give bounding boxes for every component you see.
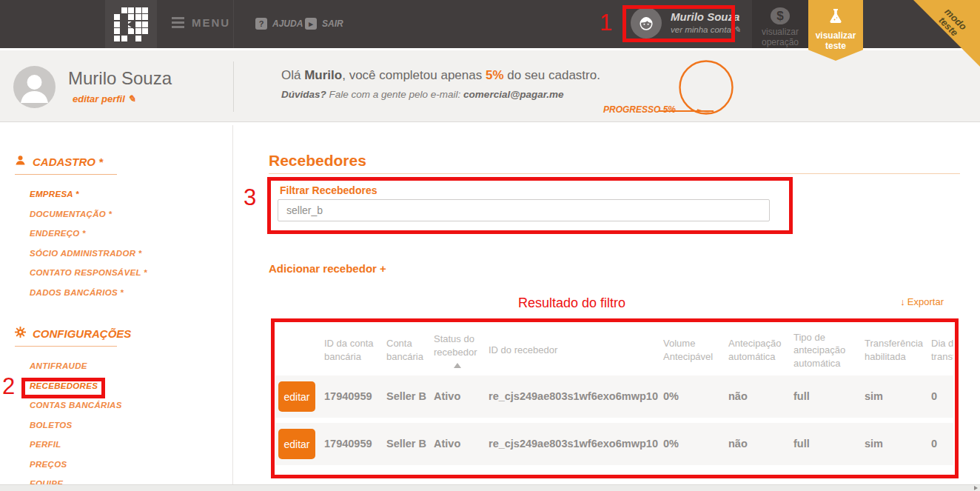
cadastro-title: CADASTRO *	[33, 156, 103, 168]
sidebar-item-dados-bancarios[interactable]: DADOS BANCÁRIOS *	[30, 288, 232, 297]
column-header-empty[interactable]	[275, 325, 324, 375]
sidebar-item-contas-bancarias[interactable]: CONTAS BANCÁRIAS	[30, 401, 232, 410]
table-cell: 0%	[663, 390, 728, 403]
sidebar-item-contato-responsavel[interactable]: CONTATO RESPONSÁVEL *	[30, 268, 232, 277]
main-content: Recebedores Filtrar Recebedores Adiciona…	[233, 125, 980, 484]
editar-button[interactable]: editar	[278, 381, 315, 412]
table-cell: 0	[931, 390, 953, 403]
sidebar-item-socio-administrador[interactable]: SÓCIO ADMINISTRADOR *	[30, 249, 232, 258]
table-cell: Ativo	[434, 390, 489, 403]
table-cell: Seller B	[386, 390, 434, 403]
topbar-divider	[233, 0, 234, 48]
header-user-name: Murilo Souza	[671, 10, 741, 24]
section-underline	[15, 174, 117, 175]
column-header-antecipacao-automatica[interactable]: Antecipação automática	[728, 325, 793, 375]
logout-icon: ▸	[305, 18, 317, 30]
table-cell: re_cjs249ae803s1wf6exo6mwp10	[489, 438, 663, 450]
adicionar-recebedor-link[interactable]: Adicionar recebedor +	[269, 262, 386, 275]
sidebar-item-precos[interactable]: PREÇOS	[30, 460, 232, 469]
help-icon: ?	[255, 18, 267, 30]
page-body: CADASTRO * EMPRESA *DOCUMENTAÇÃO *ENDERE…	[0, 125, 980, 484]
sair-link[interactable]: ▸ SAIR	[305, 18, 343, 30]
column-header-volume-antecipavel[interactable]: Volume Antecipável	[663, 325, 728, 375]
menu-button[interactable]: MENU	[172, 16, 230, 29]
header-user-subtitle: ver minha conta ✎	[671, 24, 741, 35]
pagarme-logo-icon	[114, 7, 148, 41]
table-cell: não	[728, 438, 793, 450]
table-cell: full	[793, 438, 865, 450]
help-line: Dúvidas? Fale com a gente pelo e-mail: c…	[281, 89, 564, 100]
column-header-label: ID do recebedor	[489, 344, 656, 357]
sidebar-item-antifraude[interactable]: ANTIFRAUDE	[30, 361, 232, 370]
visualizar-operacao-tab[interactable]: $ visualizar operação	[752, 0, 808, 48]
greeting-line: Olá Murilo, você completou apenas 5% do …	[281, 68, 600, 83]
sidebar-item-empresa[interactable]: EMPRESA *	[30, 190, 232, 198]
sidebar-section-configuracoes: CONFIGURAÇÕES	[15, 327, 232, 340]
progress-circle	[677, 59, 735, 116]
table-cell-actions: editar	[275, 429, 324, 459]
column-header-id-da-conta-bancaria[interactable]: ID da conta bancária	[324, 325, 386, 375]
sidebar-item-recebedores[interactable]: RECEBEDORES	[30, 381, 232, 390]
person-icon	[15, 155, 26, 168]
table-cell: sim	[865, 438, 931, 450]
table-cell: sim	[865, 390, 931, 403]
profile-name: Murilo Souza	[68, 68, 172, 89]
column-header-dia-da-transf[interactable]: Dia da transf	[931, 325, 953, 375]
column-header-tipo-de-antecipacao-automatica[interactable]: Tipo de antecipação automática	[793, 325, 865, 375]
exportar-link[interactable]: ↓Exportar	[900, 296, 944, 307]
column-header-label: Antecipação automática	[728, 337, 786, 363]
sidebar-item-documentacao[interactable]: DOCUMENTAÇÃO *	[30, 210, 232, 218]
progress-percent-inline: 5%	[486, 68, 504, 82]
user-account-menu[interactable]: Murilo Souza ver minha conta ✎	[631, 7, 741, 39]
column-header-id-do-recebedor[interactable]: ID do recebedor	[489, 325, 663, 375]
column-header-label: ID da conta bancária	[324, 337, 379, 363]
sidebar-section-cadastro: CADASTRO *	[15, 155, 232, 168]
table-cell: 0	[931, 438, 953, 450]
table-row: editar17940959Seller BAtivore_cjs249ae80…	[275, 375, 953, 418]
horizontal-scrollbar[interactable]	[0, 484, 980, 491]
pagarme-logo[interactable]	[105, 0, 157, 48]
sidebar: CADASTRO * EMPRESA *DOCUMENTAÇÃO *ENDERE…	[0, 125, 233, 484]
ajuda-label: AJUDA	[272, 19, 303, 29]
table-cell: 17940959	[324, 390, 386, 403]
strip-divider	[233, 61, 234, 112]
title-underline	[269, 173, 960, 174]
visualizar-operacao-label-2: operação	[762, 37, 799, 47]
table-cell: 17940959	[324, 438, 386, 450]
column-header-label: Dia da transf	[931, 337, 953, 363]
sair-label: SAIR	[322, 19, 343, 29]
gear-icon	[15, 327, 26, 340]
sidebar-item-boletos[interactable]: BOLETOS	[30, 421, 232, 430]
column-header-label: Transferência habilitada	[865, 337, 924, 363]
table-cell: não	[728, 390, 793, 403]
table-header-row: ID da conta bancáriaConta bancáriaStatus…	[275, 325, 953, 375]
table-cell: re_cjs249ae803s1wf6exo6mwp10	[489, 390, 663, 403]
download-arrow-icon: ↓	[900, 296, 905, 307]
column-header-label: Status do recebedor	[434, 333, 481, 358]
column-header-transferencia-habilitada[interactable]: Transferência habilitada	[865, 325, 931, 375]
column-header-label: Tipo de antecipação automática	[793, 331, 857, 370]
table-cell: full	[793, 390, 865, 403]
column-header-conta-bancaria[interactable]: Conta bancária	[386, 325, 434, 375]
visualizar-teste-label-1: visualizar	[816, 30, 856, 41]
table-cell: Seller B	[386, 438, 434, 450]
profile-avatar	[13, 66, 56, 108]
page-title: Recebedores	[269, 152, 366, 170]
cadastro-items: EMPRESA *DOCUMENTAÇÃO *ENDEREÇO *SÓCIO A…	[30, 190, 232, 307]
table-body: editar17940959Seller BAtivore_cjs249ae80…	[275, 375, 953, 465]
filter-recebedores-input[interactable]	[278, 199, 770, 221]
configuracoes-title: CONFIGURAÇÕES	[33, 327, 131, 340]
ajuda-link[interactable]: ? AJUDA	[255, 18, 303, 30]
user-avatar-icon	[631, 7, 662, 39]
editar-perfil-link[interactable]: editar perfil ✎	[73, 93, 135, 104]
scroll-right-icon	[974, 486, 978, 490]
sidebar-item-perfil[interactable]: PERFIL	[30, 440, 232, 449]
sidebar-item-endereco[interactable]: ENDEREÇO *	[30, 229, 232, 238]
progress-label: PROGRESSO 5%	[603, 104, 676, 115]
sort-ascending-icon	[454, 363, 461, 368]
recebedores-table: ID da conta bancáriaConta bancáriaStatus…	[275, 325, 953, 473]
visualizar-teste-tab[interactable]: visualizar teste	[808, 0, 863, 61]
editar-button[interactable]: editar	[278, 429, 315, 459]
column-header-status-do-recebedor[interactable]: Status do recebedor	[434, 325, 489, 375]
filter-label: Filtrar Recebedores	[280, 184, 377, 196]
